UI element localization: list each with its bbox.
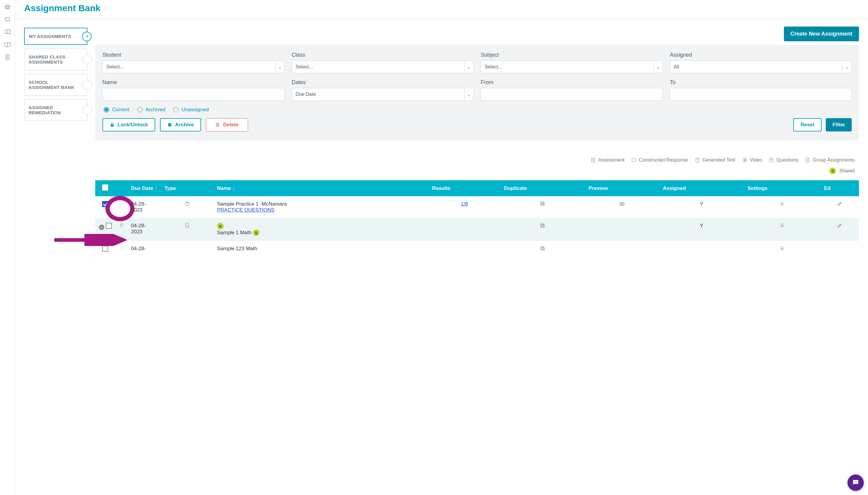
svg-point-16 (621, 204, 623, 205)
nav-projector-icon[interactable] (4, 16, 11, 23)
to-input[interactable] (670, 88, 852, 101)
row-checkbox[interactable] (102, 201, 108, 207)
row-checkbox[interactable] (102, 246, 108, 252)
page-icon (119, 246, 124, 251)
radio-dot-icon (173, 107, 179, 113)
cell-assigned: Y (659, 218, 744, 241)
button-label: Reset (800, 122, 814, 128)
from-label: From (481, 79, 663, 86)
col-results[interactable]: Results (428, 180, 500, 196)
legend-constructed-response: Constructed Response (631, 157, 688, 163)
constructed-response-icon (631, 157, 637, 163)
gear-icon[interactable] (779, 246, 785, 251)
svg-rect-24 (542, 248, 544, 250)
assigned-select[interactable]: All ⌄ (670, 61, 852, 73)
results-link[interactable]: 1/8 (461, 201, 468, 207)
radio-archived[interactable]: Archived (137, 107, 166, 113)
lock-icon (119, 223, 124, 227)
button-label: Delete (223, 122, 238, 128)
expand-row-button[interactable]: + (99, 225, 104, 230)
chat-fab-button[interactable] (848, 475, 864, 491)
nav-institution-icon[interactable] (4, 3, 11, 10)
radio-dot-icon (137, 107, 142, 113)
cell-assigned (659, 241, 744, 258)
col-name[interactable]: Name ↓ (213, 180, 428, 196)
radio-dot-icon (104, 107, 109, 113)
col-type[interactable]: Type (161, 180, 213, 196)
tab-label: SCHOOL ASSIGNMENT BANK (29, 80, 74, 90)
name-input[interactable] (103, 88, 284, 101)
tab-shared-class-assignments[interactable]: SHARED CLASS ASSIGNMENTS (24, 49, 87, 70)
col-duplicate[interactable]: Duplicate (500, 180, 585, 196)
cell-assigned: Y (659, 196, 744, 218)
edit-icon[interactable] (837, 223, 843, 228)
chevron-down-icon: ⌄ (843, 61, 851, 73)
nav-document-icon[interactable] (4, 54, 11, 61)
svg-rect-25 (541, 246, 543, 249)
svg-rect-14 (542, 203, 544, 206)
from-input[interactable] (481, 88, 663, 101)
table-row: 04-28-Sample 123 Math (95, 241, 859, 258)
nav-book-icon[interactable] (4, 28, 11, 36)
legend-label: Assessment (598, 157, 624, 163)
radio-unassigned[interactable]: Unassigned (173, 107, 209, 113)
archive-button[interactable]: Archive (160, 118, 201, 132)
cell-due-date: 04-28-2023 (127, 218, 161, 241)
legend-shared-label: Shared (839, 168, 855, 174)
gear-icon[interactable] (779, 201, 785, 206)
eye-icon[interactable] (619, 201, 625, 207)
gear-icon[interactable] (779, 223, 785, 228)
col-settings[interactable]: Settings (744, 180, 820, 196)
legend-label: Group Assignments (813, 157, 855, 163)
cell-name: Sample 123 Math (213, 241, 428, 258)
tab-school-assignment-bank[interactable]: SCHOOL ASSIGNMENT BANK (24, 74, 87, 96)
tab-label: ASSIGNED REMEDIATION (29, 105, 61, 115)
filter-button[interactable]: Filter (826, 118, 852, 132)
assignment-name: Sample 123 Math (217, 246, 257, 252)
assignment-sub-link[interactable]: PRACTICE QUESTIONS (217, 207, 275, 213)
legend-label: Generated Test (702, 157, 735, 163)
row-checkbox[interactable] (106, 223, 112, 229)
trash-icon (215, 122, 220, 127)
col-assigned[interactable]: Assigned (659, 180, 744, 196)
cell-name: SSample 1 Math S (213, 218, 428, 241)
col-preview[interactable]: Preview (585, 180, 659, 196)
tab-assigned-remediation[interactable]: ASSIGNED REMEDIATION (24, 99, 87, 121)
create-new-assignment-button[interactable]: Create New Assignment (784, 27, 859, 41)
cell-due-date: 04-28- (127, 241, 161, 258)
col-label: Due Date (131, 185, 153, 191)
button-label: Lock/Unlock (118, 122, 148, 128)
duplicate-icon[interactable] (540, 223, 545, 228)
select-value: All (674, 64, 679, 70)
page-icon (119, 201, 124, 206)
page-title: Assignment Bank (24, 3, 859, 13)
assignment-name: Sample 1 Math (217, 230, 251, 236)
col-label: Name (217, 185, 231, 191)
col-edit[interactable]: Ed (820, 180, 859, 196)
col-due-date[interactable]: Due Date ↑ (127, 180, 161, 196)
radio-label: Unassigned (182, 107, 209, 113)
dates-select[interactable]: Due Date ⌄ (292, 88, 474, 101)
svg-rect-20 (542, 225, 544, 227)
legend-label: Video (750, 157, 762, 163)
chevron-down-icon: ⌄ (654, 61, 662, 73)
tab-my-assignments[interactable]: MY ASSIGNMENTS (24, 28, 87, 45)
group-assignments-icon (185, 223, 190, 228)
button-label: Archive (175, 122, 194, 128)
lock-unlock-button[interactable]: Lock/Unlock (103, 118, 155, 132)
subject-select[interactable]: Select... ⌄ (481, 61, 663, 73)
duplicate-icon[interactable] (540, 246, 545, 251)
duplicate-icon[interactable] (540, 201, 545, 206)
nav-open-book-icon[interactable] (4, 41, 11, 48)
radio-current[interactable]: Current (104, 107, 129, 113)
class-select[interactable]: Select... ⌄ (292, 61, 474, 73)
reset-button[interactable]: Reset (793, 118, 821, 132)
delete-button[interactable]: Delete (206, 118, 248, 132)
edit-icon[interactable] (837, 201, 843, 206)
svg-point-26 (781, 248, 783, 249)
svg-rect-12 (120, 202, 123, 205)
select-all-checkbox[interactable] (102, 185, 108, 190)
student-select[interactable]: Select... ⌄ (103, 61, 284, 73)
legend-assessment: Assessment (590, 157, 624, 163)
select-value: Select... (106, 64, 124, 70)
